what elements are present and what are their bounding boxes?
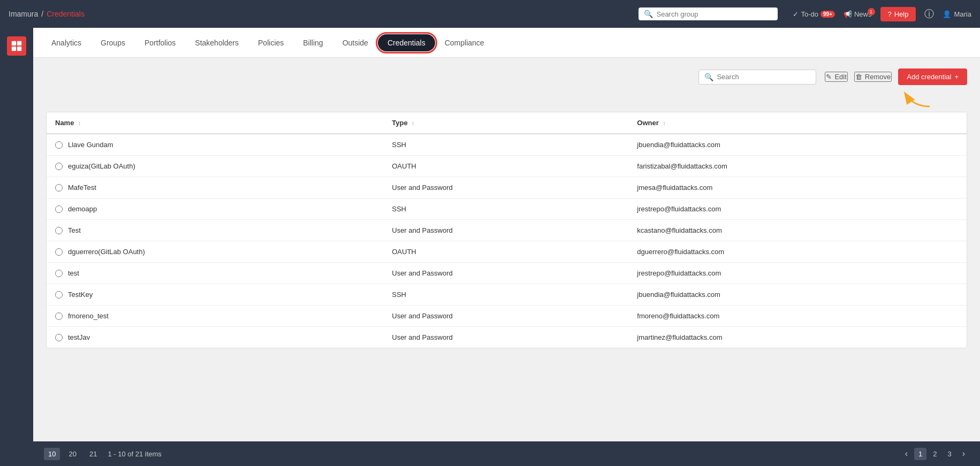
tab-stakeholders[interactable]: Stakeholders — [185, 34, 248, 51]
tab-compliance[interactable]: Compliance — [435, 34, 494, 51]
todo-button[interactable]: ✓ To-do 99+ — [793, 10, 835, 18]
row-radio-0[interactable] — [55, 141, 63, 149]
sidebar — [0, 28, 33, 466]
row-radio-6[interactable] — [55, 270, 63, 277]
tab-billing[interactable]: Billing — [293, 34, 332, 51]
table-body: Llave Gundam SSH jbuendia@fluidattacks.c… — [47, 134, 967, 348]
table-row[interactable]: dguerrero(GitLab OAuth) OAUTH dguerrero@… — [47, 241, 967, 263]
credential-name: Llave Gundam — [68, 141, 113, 149]
cell-type: SSH — [383, 284, 628, 305]
type-column-header[interactable]: Type ↕ — [383, 112, 628, 134]
add-credential-button[interactable]: Add credential + — [898, 68, 967, 85]
user-name: Maria — [954, 10, 971, 18]
todo-badge: 99+ — [821, 11, 835, 18]
row-radio-1[interactable] — [55, 163, 63, 170]
page-1-button[interactable]: 1 — [914, 448, 926, 460]
tab-portfolios[interactable]: Portfolios — [135, 34, 185, 51]
tab-outside[interactable]: Outside — [333, 34, 378, 51]
row-radio-8[interactable] — [55, 312, 63, 320]
table-row[interactable]: test User and Password jrestrepo@fluidat… — [47, 263, 967, 284]
table-row[interactable]: eguiza(GitLab OAuth) OAUTH faristizabal@… — [47, 156, 967, 177]
help-button[interactable]: ? Help — [880, 7, 916, 21]
page-size-20[interactable]: 20 — [64, 448, 80, 460]
credential-name: dguerrero(GitLab OAuth) — [68, 248, 145, 256]
breadcrumb-sep: / — [41, 10, 43, 18]
name-column-header[interactable]: Name ↕ — [47, 112, 383, 134]
credentials-table: Name ↕ Type ↕ Owner ↕ Llave G — [46, 112, 967, 348]
svg-rect-0 — [12, 41, 16, 45]
page-size-10[interactable]: 10 — [44, 448, 60, 460]
arrow-annotation — [46, 91, 967, 108]
page-2-button[interactable]: 2 — [929, 448, 941, 460]
add-credential-label: Add credential — [907, 73, 951, 81]
toolbar: 🔍 ✎ Edit 🗑 Remove Add credential + — [46, 68, 967, 85]
row-radio-7[interactable] — [55, 291, 63, 299]
cell-type: User and Password — [383, 327, 628, 348]
page-size-21[interactable]: 21 — [85, 448, 101, 460]
row-radio-9[interactable] — [55, 334, 63, 341]
row-radio-3[interactable] — [55, 205, 63, 213]
cell-name: dguerrero(GitLab OAuth) — [47, 241, 383, 263]
next-page-button[interactable]: › — [958, 447, 969, 461]
news-badge: 1 — [868, 8, 875, 16]
credential-name: test — [68, 269, 79, 277]
cell-owner: faristizabal@fluidattacks.com — [628, 156, 967, 177]
prev-page-button[interactable]: ‹ — [901, 447, 912, 461]
cell-type: OAUTH — [383, 241, 628, 263]
main-content: AnalyticsGroupsPortfoliosStakeholdersPol… — [33, 28, 980, 466]
cell-name: Llave Gundam — [47, 134, 383, 156]
credentials-search-input[interactable] — [717, 73, 810, 81]
table-row[interactable]: Llave Gundam SSH jbuendia@fluidattacks.c… — [47, 134, 967, 156]
remove-button[interactable]: 🗑 Remove — [854, 72, 892, 82]
table: Name ↕ Type ↕ Owner ↕ Llave G — [47, 112, 967, 348]
trash-icon: 🗑 — [855, 73, 862, 81]
checkmark-icon: ✓ — [793, 10, 799, 18]
cell-owner: jrestrepo@fluidattacks.com — [628, 198, 967, 220]
search-icon: 🔍 — [644, 10, 653, 18]
row-radio-2[interactable] — [55, 184, 63, 192]
cell-name: demoapp — [47, 198, 383, 220]
sidebar-logo[interactable] — [7, 36, 26, 56]
table-row[interactable]: Test User and Password kcastano@fluidatt… — [47, 220, 967, 241]
layout: AnalyticsGroupsPortfoliosStakeholdersPol… — [0, 28, 980, 466]
cell-name: fmoreno_test — [47, 305, 383, 327]
news-button[interactable]: 📢 News 1 — [844, 10, 872, 18]
cell-type: SSH — [383, 134, 628, 156]
table-row[interactable]: testJav User and Password jmartinez@flui… — [47, 327, 967, 348]
toolbar-actions: ✎ Edit 🗑 Remove Add credential + — [825, 68, 967, 85]
page-3-button[interactable]: 3 — [943, 448, 955, 460]
credential-name: MafeTest — [68, 184, 96, 192]
search-credentials: 🔍 — [698, 70, 816, 85]
cell-owner: jbuendia@fluidattacks.com — [628, 134, 967, 156]
tab-bar: AnalyticsGroupsPortfoliosStakeholdersPol… — [33, 28, 980, 58]
table-row[interactable]: fmoreno_test User and Password fmoreno@f… — [47, 305, 967, 327]
sort-icon-owner: ↕ — [663, 120, 665, 126]
tab-groups[interactable]: Groups — [91, 34, 135, 51]
arrow-icon — [903, 91, 935, 108]
cell-type: User and Password — [383, 305, 628, 327]
tab-credentials[interactable]: Credentials — [378, 34, 435, 51]
navbar-search: 🔍 — [639, 7, 778, 20]
credential-name: testJav — [68, 333, 90, 341]
tab-policies[interactable]: Policies — [248, 34, 293, 51]
table-row[interactable]: demoapp SSH jrestrepo@fluidattacks.com — [47, 198, 967, 220]
table-row[interactable]: MafeTest User and Password jmesa@fluidat… — [47, 177, 967, 198]
search-group-input[interactable] — [656, 10, 772, 18]
user-menu[interactable]: 👤 Maria — [943, 10, 971, 18]
svg-rect-1 — [17, 41, 21, 45]
cell-owner: jmesa@fluidattacks.com — [628, 177, 967, 198]
edit-button[interactable]: ✎ Edit — [825, 72, 847, 82]
table-row[interactable]: TestKey SSH jbuendia@fluidattacks.com — [47, 284, 967, 305]
tab-analytics[interactable]: Analytics — [42, 34, 91, 51]
credential-name: Test — [68, 226, 81, 234]
search-group-container: 🔍 — [639, 7, 778, 20]
plus-icon: + — [954, 73, 959, 81]
owner-column-header[interactable]: Owner ↕ — [628, 112, 967, 134]
cell-name: Test — [47, 220, 383, 241]
credential-name: TestKey — [68, 291, 93, 299]
row-radio-5[interactable] — [55, 248, 63, 256]
org-name[interactable]: Imamura — [9, 10, 38, 18]
row-radio-4[interactable] — [55, 227, 63, 234]
info-button[interactable]: ⓘ — [924, 7, 934, 20]
cell-owner: jmartinez@fluidattacks.com — [628, 327, 967, 348]
